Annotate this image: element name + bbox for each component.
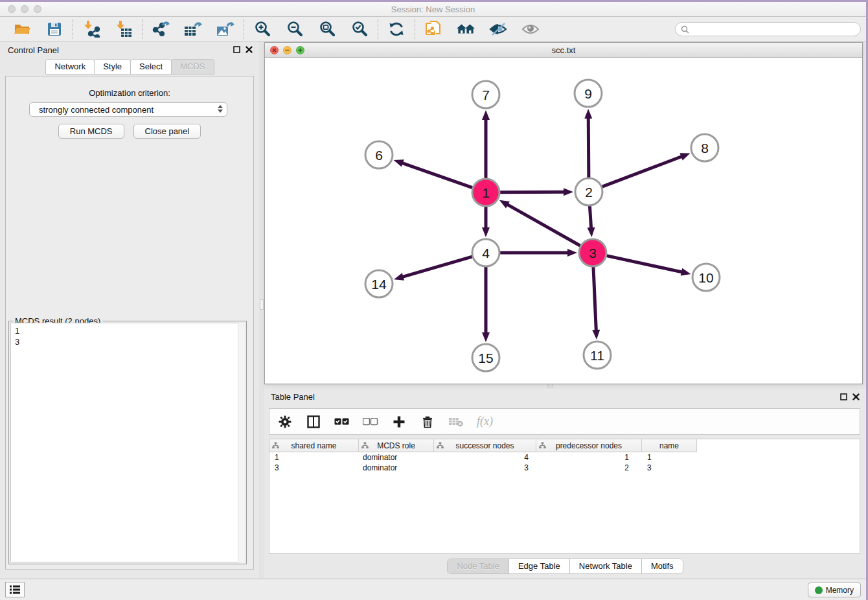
close-table-panel-icon[interactable] — [852, 393, 860, 400]
export-table-icon[interactable] — [184, 20, 202, 38]
mcds-result-scrollbar[interactable] — [238, 323, 245, 562]
network-window-title: scc.txt — [552, 45, 576, 55]
graph-edge-arrowhead — [588, 227, 595, 237]
minimize-window-button[interactable] — [21, 5, 29, 13]
graph-edge-2-3[interactable] — [589, 206, 591, 229]
close-panel-button[interactable]: Close panel — [133, 124, 201, 139]
import-network-icon[interactable] — [82, 20, 100, 38]
graph-edge-arrowhead — [482, 110, 490, 120]
column-header-shared-name[interactable]: shared name — [269, 439, 359, 452]
node-table[interactable]: shared nameMCDS rolesuccessor nodesprede… — [269, 439, 860, 554]
table-cell: 3 — [434, 463, 536, 472]
select-all-columns-icon[interactable] — [334, 414, 350, 430]
network-graph: 7968124314101511 — [265, 58, 862, 384]
float-table-panel-icon[interactable] — [840, 393, 847, 400]
criterion-dropdown-value: strongly connected component — [39, 105, 154, 115]
table-row[interactable]: 3dominator323 — [269, 463, 860, 473]
graph-edge-arrowhead — [499, 200, 510, 209]
column-header-predecessor-nodes[interactable]: predecessor nodes — [536, 439, 642, 452]
dropdown-stepper-icon — [218, 105, 223, 113]
table-cell: dominator — [359, 453, 434, 462]
graph-node-label: 1 — [482, 185, 490, 200]
network-close-button[interactable] — [270, 46, 279, 54]
column-header-successor-nodes[interactable]: successor nodes — [434, 439, 536, 452]
tab-node-table[interactable]: Node Table — [448, 559, 509, 573]
task-history-button[interactable] — [5, 582, 25, 597]
table-cell: 1 — [269, 453, 359, 462]
graph-edge-1-6[interactable] — [401, 163, 472, 188]
table-header-row: shared nameMCDS rolesuccessor nodesprede… — [269, 439, 860, 452]
tab-edge-table[interactable]: Edge Table — [509, 559, 570, 573]
run-mcds-button[interactable]: Run MCDS — [58, 124, 124, 139]
close-window-button[interactable] — [8, 5, 16, 13]
table-row[interactable]: 1dominator411 — [269, 452, 860, 463]
network-file-icon[interactable] — [424, 20, 442, 38]
vertical-splitter[interactable] — [259, 41, 264, 579]
table-cell: 4 — [434, 453, 536, 462]
tab-select[interactable]: Select — [130, 59, 172, 75]
graph-edge-3-11[interactable] — [593, 267, 596, 332]
criterion-dropdown[interactable]: strongly connected component — [29, 102, 227, 117]
mcds-pane: Optimization criterion: strongly connect… — [5, 76, 254, 570]
search-icon — [681, 25, 689, 34]
window-title: Session: New Session — [391, 5, 475, 14]
mcds-result-text[interactable]: 1 3 — [10, 323, 245, 562]
export-image-icon[interactable] — [216, 20, 234, 38]
delete-column-trash-icon[interactable] — [420, 414, 435, 430]
table-settings-gear-icon[interactable] — [277, 414, 293, 430]
graph-edge-arrowhead — [680, 153, 690, 160]
optimization-criterion-label: Optimization criterion: — [6, 88, 253, 98]
network-canvas[interactable]: 7968124314101511 — [265, 58, 862, 384]
tab-style[interactable]: Style — [94, 59, 131, 75]
unselect-all-columns-icon[interactable] — [363, 414, 378, 430]
search-input[interactable] — [675, 22, 861, 36]
refresh-view-icon[interactable] — [387, 20, 405, 38]
graph-edge-3-10[interactable] — [606, 256, 683, 273]
column-header-name[interactable]: name — [642, 439, 697, 452]
memory-button[interactable]: Memory — [808, 583, 861, 597]
zoom-in-icon[interactable] — [253, 20, 271, 38]
import-table-icon[interactable] — [115, 20, 133, 38]
export-network-icon[interactable] — [152, 20, 170, 38]
open-session-icon[interactable] — [13, 20, 31, 38]
graph-edge-3-1[interactable] — [506, 204, 580, 246]
graph-edge-arrowhead — [394, 273, 404, 281]
network-minimize-button[interactable] — [283, 46, 291, 54]
graph-edge-1-2[interactable] — [500, 192, 565, 192]
close-panel-icon[interactable] — [246, 46, 253, 53]
zoom-window-button[interactable] — [34, 5, 41, 13]
zoom-fit-icon[interactable] — [318, 20, 336, 38]
hide-unselected-icon[interactable] — [489, 20, 507, 38]
show-columns-icon[interactable] — [306, 414, 321, 430]
graph-node-label: 2 — [585, 185, 593, 200]
splitter-grip[interactable] — [260, 299, 264, 310]
control-panel-title: Control Panel — [8, 45, 59, 55]
show-all-icon[interactable] — [521, 20, 540, 38]
list-icon — [9, 584, 21, 595]
table-cell: dominator — [359, 463, 434, 472]
create-column-icon[interactable] — [391, 414, 407, 430]
tab-network-table[interactable]: Network Table — [570, 559, 642, 573]
graph-edge-2-9[interactable] — [588, 117, 589, 178]
graph-edge-4-14[interactable] — [402, 257, 472, 277]
title-bar: Session: New Session — [0, 2, 866, 17]
column-type-icon — [272, 442, 279, 449]
graph-edge-2-8[interactable] — [602, 156, 683, 187]
zoom-selected-icon[interactable] — [350, 20, 369, 38]
column-header-mcds-role[interactable]: MCDS role — [359, 439, 434, 452]
table-cell: 3 — [269, 463, 359, 472]
network-zoom-button[interactable] — [296, 46, 304, 54]
save-session-icon[interactable] — [45, 20, 63, 38]
graph-node-label: 15 — [478, 351, 493, 365]
zoom-out-icon[interactable] — [286, 20, 304, 38]
network-window-traffic-lights — [270, 46, 304, 54]
column-type-icon — [539, 442, 546, 449]
tab-motifs[interactable]: Motifs — [642, 559, 683, 573]
table-tabs-group: Node TableEdge TableNetwork TableMotifs — [447, 559, 683, 574]
graph-edge-arrowhead — [564, 188, 573, 196]
float-panel-icon[interactable] — [233, 46, 240, 53]
home-layout-icon[interactable] — [457, 20, 475, 38]
graph-edge-arrowhead — [394, 159, 404, 167]
tab-mcds[interactable]: MCDS — [171, 59, 214, 75]
tab-network[interactable]: Network — [45, 59, 95, 75]
